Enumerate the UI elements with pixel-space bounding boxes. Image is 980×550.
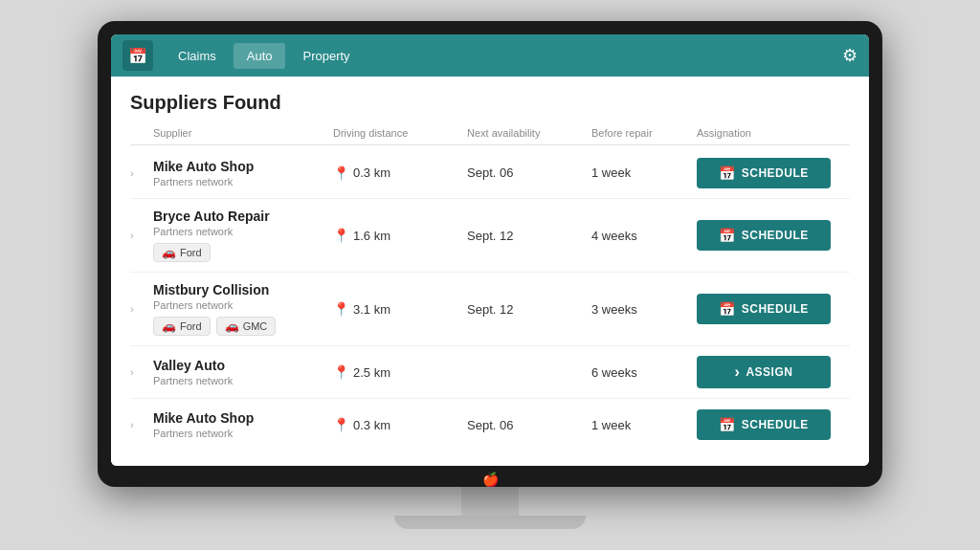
distance-value: 2.5 km [353, 365, 390, 380]
table-row: › Mike Auto Shop Partners network 📍 0.3 … [130, 147, 850, 199]
distance-cell: 📍 2.5 km [333, 364, 467, 380]
assign-btn-label: ASSIGN [746, 365, 792, 379]
monitor-body: 📅 Claims Auto Property ⚙ Suppliers Found… [98, 21, 882, 487]
col-repair: Before repair [591, 127, 697, 139]
app-content: Suppliers Found Supplier Driving distanc… [111, 77, 869, 466]
row-expand-icon[interactable]: › [130, 303, 153, 315]
supplier-name: Bryce Auto Repair [153, 209, 333, 224]
supplier-network: Partners network [153, 299, 333, 311]
col-distance: Driving distance [333, 127, 467, 139]
apple-logo: 🍎 [111, 466, 869, 487]
availability-cell: Sept. 06 [467, 165, 591, 180]
assign-button[interactable]: › ASSIGN [697, 356, 831, 388]
supplier-info: Mistbury Collision Partners network 🚗 Fo… [153, 282, 333, 336]
row-expand-icon[interactable]: › [130, 167, 153, 179]
supplier-network: Partners network [153, 176, 333, 187]
table-row: › Mike Auto Shop Partners network 📍 0.3 … [130, 399, 850, 451]
distance-value: 3.1 km [353, 302, 390, 317]
pin-icon: 📍 [333, 228, 349, 243]
pin-icon: 📍 [333, 165, 349, 181]
repair-time-cell: 3 weeks [591, 302, 697, 317]
table-row: › Mistbury Collision Partners network 🚗 … [130, 273, 850, 346]
schedule-btn-icon: 📅 [719, 165, 736, 181]
monitor-neck [461, 487, 519, 516]
supplier-name: Valley Auto [153, 358, 333, 373]
supplier-info: Valley Auto Partners network [153, 358, 333, 386]
supplier-info: Mike Auto Shop Partners network [153, 159, 333, 187]
col-availability: Next availability [467, 127, 591, 139]
availability-cell: Sept. 06 [467, 418, 591, 432]
settings-icon[interactable]: ⚙ [842, 45, 858, 66]
action-cell: › ASSIGN [697, 356, 850, 388]
schedule-btn-label: SCHEDULE [742, 418, 809, 431]
repair-time-cell: 1 week [591, 165, 697, 180]
supplier-network: Partners network [153, 226, 333, 237]
repair-time-cell: 6 weeks [591, 365, 697, 380]
schedule-btn-label: SCHEDULE [742, 166, 809, 180]
row-expand-icon[interactable]: › [130, 230, 153, 241]
app-logo: 📅 [122, 40, 153, 71]
distance-cell: 📍 0.3 km [333, 165, 467, 181]
schedule-button[interactable]: 📅 SCHEDULE [697, 409, 831, 440]
row-expand-icon[interactable]: › [130, 419, 153, 430]
tab-auto[interactable]: Auto [234, 43, 286, 69]
repair-time-cell: 1 week [591, 418, 697, 432]
car-badge-icon: 🚗 [162, 319, 176, 333]
schedule-btn-label: SCHEDULE [742, 302, 809, 316]
row-expand-icon[interactable]: › [130, 366, 153, 378]
table-row: › Bryce Auto Repair Partners network 🚗 F… [130, 199, 850, 273]
page-title: Suppliers Found [130, 92, 850, 114]
distance-cell: 📍 0.3 km [333, 417, 467, 432]
assign-btn-icon: › [735, 363, 741, 381]
schedule-btn-label: SCHEDULE [742, 229, 809, 242]
table-header: Supplier Driving distance Next availabil… [130, 127, 850, 145]
pin-icon: 📍 [333, 301, 349, 317]
supplier-network: Partners network [153, 375, 333, 386]
car-badge-icon: 🚗 [162, 246, 176, 259]
supplier-network: Partners network [153, 428, 333, 439]
pin-icon: 📍 [333, 364, 349, 380]
col-supplier: Supplier [153, 127, 333, 139]
supplier-name: Mike Auto Shop [153, 159, 333, 174]
monitor-container: 📅 Claims Auto Property ⚙ Suppliers Found… [98, 21, 882, 529]
availability-cell: Sept. 12 [467, 229, 591, 243]
car-badge-icon-gmc: 🚗 [225, 319, 239, 333]
supplier-badges: 🚗 Ford 🚗 GMC [153, 317, 333, 336]
badge-ford: 🚗 Ford [153, 243, 211, 262]
action-cell: 📅 SCHEDULE [697, 158, 850, 188]
action-cell: 📅 SCHEDULE [697, 409, 850, 440]
pin-icon: 📍 [333, 417, 349, 432]
distance-value: 0.3 km [353, 165, 390, 180]
monitor-screen: 📅 Claims Auto Property ⚙ Suppliers Found… [111, 34, 869, 466]
supplier-badges: 🚗 Ford [153, 243, 333, 262]
col-expand [130, 127, 153, 139]
schedule-button[interactable]: 📅 SCHEDULE [697, 158, 831, 188]
distance-cell: 📍 3.1 km [333, 301, 467, 317]
supplier-name: Mike Auto Shop [153, 410, 333, 426]
schedule-btn-icon: 📅 [719, 417, 736, 432]
tab-property[interactable]: Property [289, 43, 363, 69]
schedule-button[interactable]: 📅 SCHEDULE [697, 220, 831, 251]
supplier-info: Bryce Auto Repair Partners network 🚗 For… [153, 209, 333, 262]
calendar-icon: 📅 [128, 47, 147, 65]
action-cell: 📅 SCHEDULE [697, 220, 850, 251]
table-row: › Valley Auto Partners network 📍 2.5 km … [130, 346, 850, 399]
monitor-base [394, 516, 586, 529]
schedule-button[interactable]: 📅 SCHEDULE [697, 294, 831, 324]
distance-cell: 📍 1.6 km [333, 228, 467, 243]
distance-value: 1.6 km [353, 229, 390, 243]
supplier-info: Mike Auto Shop Partners network [153, 410, 333, 439]
action-cell: 📅 SCHEDULE [697, 294, 850, 324]
nav-tabs: Claims Auto Property [165, 43, 842, 69]
badge-ford: 🚗 Ford [153, 317, 211, 336]
repair-time-cell: 4 weeks [591, 229, 697, 243]
schedule-btn-icon: 📅 [719, 228, 736, 243]
monitor-stand [394, 487, 586, 529]
availability-cell: Sept. 12 [467, 302, 591, 317]
badge-gmc: 🚗 GMC [216, 317, 277, 336]
tab-claims[interactable]: Claims [165, 43, 230, 69]
col-assignation: Assignation [697, 127, 850, 139]
schedule-btn-icon: 📅 [719, 301, 736, 317]
app-header: 📅 Claims Auto Property ⚙ [111, 34, 869, 77]
distance-value: 0.3 km [353, 418, 390, 432]
